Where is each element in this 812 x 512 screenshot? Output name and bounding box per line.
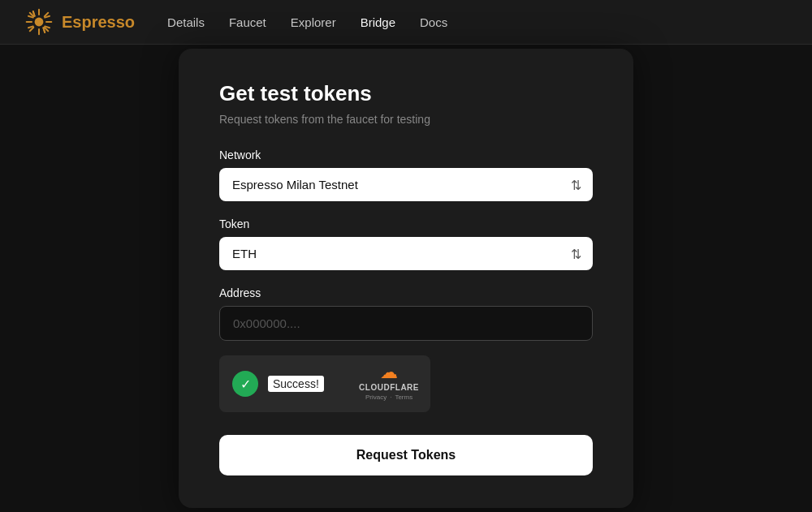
- captcha-widget: ✓ Success! ☁ CLOUDFLARE Privacy · Terms: [219, 355, 430, 412]
- main-content: Get test tokens Request tokens from the …: [0, 45, 812, 512]
- nav-link-bridge[interactable]: Bridge: [361, 15, 395, 29]
- request-tokens-button[interactable]: Request Tokens: [219, 435, 593, 475]
- card-subtitle: Request tokens from the faucet for testi…: [219, 113, 593, 126]
- cloudflare-terms-link[interactable]: Terms: [395, 394, 412, 401]
- network-select-wrapper: Espresso Milan Testnet ⇅: [219, 168, 593, 201]
- cloudflare-brand-text: CLOUDFLARE: [359, 383, 419, 392]
- cloudflare-cloud-icon: ☁: [380, 364, 398, 381]
- cloudflare-privacy-link[interactable]: Privacy: [365, 394, 387, 401]
- logo-text: Espresso: [62, 13, 135, 32]
- faucet-card: Get test tokens Request tokens from the …: [179, 49, 633, 508]
- nav-link-docs[interactable]: Docs: [420, 15, 447, 29]
- cloudflare-dot-separator: ·: [390, 394, 391, 401]
- nav-links: Details Faucet Explorer Bridge Docs: [167, 15, 447, 29]
- nav-link-explorer[interactable]: Explorer: [291, 15, 336, 29]
- captcha-check-icon: ✓: [232, 371, 258, 397]
- network-label: Network: [219, 148, 593, 161]
- svg-point-0: [35, 18, 44, 27]
- token-select-wrapper: ETH ⇅: [219, 237, 593, 270]
- cloudflare-legal-links: Privacy · Terms: [365, 394, 412, 401]
- card-title: Get test tokens: [219, 81, 593, 106]
- captcha-success-label: Success!: [268, 376, 324, 392]
- nav-link-details[interactable]: Details: [167, 15, 205, 29]
- token-label: Token: [219, 217, 593, 230]
- cloudflare-logo: ☁ CLOUDFLARE Privacy · Terms: [359, 364, 419, 401]
- espresso-logo-icon: [24, 7, 54, 37]
- logo-area: Espresso: [24, 7, 135, 37]
- token-select[interactable]: ETH: [219, 237, 593, 270]
- address-input[interactable]: [219, 306, 593, 341]
- navbar: Espresso Details Faucet Explorer Bridge …: [0, 0, 812, 45]
- network-select[interactable]: Espresso Milan Testnet: [219, 168, 593, 201]
- nav-link-faucet[interactable]: Faucet: [229, 15, 266, 29]
- address-label: Address: [219, 286, 593, 299]
